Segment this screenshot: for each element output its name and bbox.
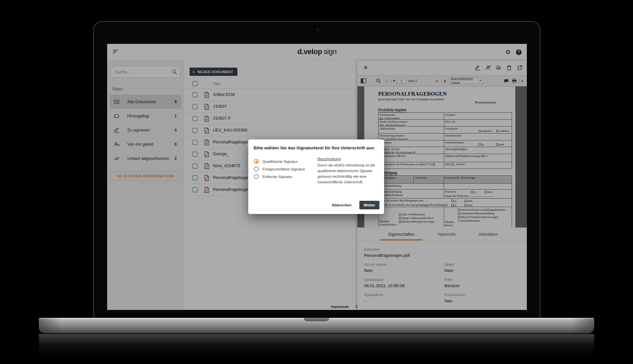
confirm-button[interactable]: Weiter [359,201,379,209]
radio-icon [254,167,259,171]
dvelop-sign-app: d.velopsign ⚙ ? Status [107,44,527,310]
webcam-dot [317,29,318,31]
radio-icon [254,174,259,179]
stage: d.velopsign ⚙ ? Status [0,0,633,364]
signature-level-dialog: Bitte wählen Sie das Signaturlevel für I… [248,139,384,214]
signature-level-option[interactable]: Fortgeschrittene Signatur [254,165,305,173]
description-block: Beschreibung Durch die eIDAS-Verordnung … [317,157,377,185]
signature-level-options: Qualifizierte Signatur Fortgeschrittene … [254,158,305,180]
radio-icon [254,159,259,164]
laptop-reflection [39,334,594,364]
dialog-title: Bitte wählen Sie das Signaturlevel für I… [254,145,375,150]
description-text: Durch die eIDAS-Verordnung ist die quali… [317,163,377,185]
description-title: Beschreibung [317,157,377,161]
signature-level-option[interactable]: Qualifizierte Signatur [254,158,305,165]
laptop-base [39,318,594,333]
laptop-screen: d.velopsign ⚙ ? Status [93,21,540,318]
signature-level-option[interactable]: Einfache Signatur [254,173,305,180]
laptop-notch [304,318,329,321]
cancel-button[interactable]: Abbrechen [330,203,353,207]
